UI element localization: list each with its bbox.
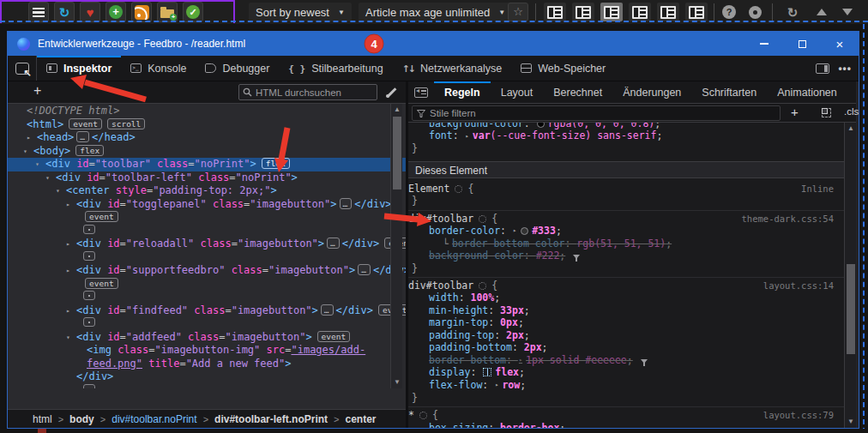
expander-icon[interactable]: ▸ [519,357,522,364]
markup-line[interactable]: event [8,278,406,292]
twisty-icon[interactable]: ▾ [23,145,33,159]
css-declaration[interactable]: min-height: 33px; [408,304,856,316]
mark-read-button[interactable] [183,2,203,22]
reload-feeds-button[interactable]: ↻ [54,2,75,22]
css-declaration[interactable]: border-color: ▸#333; [408,225,856,238]
tab-layout[interactable]: Layout [491,81,544,103]
tab-stilbearbeitung[interactable]: Stilbearbeitung [279,56,392,81]
overridden-filter-icon[interactable] [641,359,648,364]
css-declaration[interactable]: └border-bottom-color: rgb(51, 51, 51); [408,238,856,250]
twisty-icon[interactable]: ▸ [66,198,76,212]
markup-line[interactable]: ▾<div id="addfeed" class="imagebutton">e… [8,331,406,345]
view-mode-2-button[interactable] [572,3,594,21]
breadcrumb-item[interactable]: body [67,413,97,425]
minimize-button[interactable] [745,32,783,56]
star-filter-button[interactable]: ☆ [508,3,528,21]
color-swatch[interactable] [521,227,528,235]
twisty-icon[interactable]: ▾ [45,171,56,185]
rule-selector-line[interactable]: layout.css:79*{ [408,409,856,421]
tab-änderungen[interactable]: Änderungen [612,81,691,103]
css-declaration[interactable]: padding-top: 2px; [408,329,856,341]
rule-selector-line[interactable]: InlineElement{ [408,183,856,195]
markup-line[interactable]: ▸<div id="reloadall" class="imagebutton"… [8,238,406,251]
meatball-menu-icon[interactable]: ••• [838,63,852,75]
add-feed-button[interactable] [131,2,152,22]
css-declaration[interactable]: } [408,262,856,274]
menu-button[interactable] [28,2,49,22]
event-badge[interactable]: event [85,278,118,289]
eyedropper-icon[interactable] [385,87,397,99]
selector-highlighter-icon[interactable] [479,215,486,223]
markup-line[interactable] [8,317,406,331]
scrollbar-thumb[interactable] [847,264,855,354]
css-declaration[interactable]: box-sizing: border-box; [408,422,856,428]
view-mode-3-button[interactable] [600,3,623,21]
event-badge[interactable]: event [69,118,102,129]
css-declaration[interactable]: display: flex; [408,366,856,378]
window-titlebar[interactable]: Entwicklerwerkzeuge - Feedbro - /reader.… [8,32,859,56]
tab-inspektor[interactable]: Inspektor [37,56,121,81]
markup-line[interactable]: event [8,211,406,225]
twisty-icon[interactable]: ▸ [66,238,76,251]
tab-animationen[interactable]: Animationen [767,81,847,103]
markup-line[interactable]: ▸<div id="supportfeedbro" class="imagebu… [8,264,406,278]
maximize-button[interactable] [783,32,821,56]
create-node-button[interactable]: + [33,83,41,99]
sort-dropdown[interactable]: Sort by newest ▼ [249,3,352,21]
flex-badge[interactable]: flex [262,158,290,169]
markup-line[interactable]: ▸<div id="togglepanel" class="imagebutto… [8,198,406,212]
whitespace-badge[interactable] [83,225,95,234]
twisty-icon[interactable]: ▸ [27,131,37,145]
css-declaration[interactable]: padding-bottom: 2px; [408,341,856,353]
scroll-up-icon[interactable]: ▲ [845,123,857,135]
pseudo-class-icon[interactable] [822,108,831,117]
whitespace-badge[interactable] [83,317,95,327]
markup-line[interactable] [8,251,406,265]
rules-scrollbar[interactable]: ▲ ▼ [844,123,856,428]
color-swatch[interactable] [537,123,545,128]
markup-line[interactable]: ▾<div id="toolbar" class="noPrint">flex [8,158,406,171]
scroll-down-button[interactable] [837,2,858,22]
css-declaration[interactable]: width: 100%; [408,292,856,304]
class-toggle-button[interactable]: .cls [844,106,859,117]
selector-highlighter-icon[interactable] [419,412,427,419]
breadcrumb-item[interactable]: div#toolbar.noPrint [109,413,199,425]
tab-netzwerkanalyse[interactable]: Netzwerkanalyse [393,56,512,81]
event-badge[interactable]: event [317,331,351,342]
breadcrumb-item[interactable]: html [30,413,55,425]
article-age-dropdown[interactable]: Article max age unlimited ▼ [359,3,512,21]
rule-source-link[interactable]: theme-dark.css:54 [742,213,834,225]
view-mode-6-button[interactable] [685,3,708,21]
ellipsis-badge[interactable]: … [358,264,371,275]
ellipsis-badge[interactable]: … [340,198,353,209]
markup-line[interactable]: ▾<center style="padding-top: 2px;"> [8,184,406,198]
expander-icon[interactable]: ▸ [466,133,469,140]
markup-line[interactable]: </div> [8,370,406,384]
expander-icon[interactable]: ▸ [513,227,516,234]
sidebar-toggle-button[interactable] [408,81,434,103]
add-folder-button[interactable] [157,2,178,22]
rule-source-link[interactable]: layout.css:79 [763,409,834,421]
expander-icon[interactable]: ▸ [495,382,498,388]
search-input[interactable] [256,87,373,98]
markup-scrollbar[interactable]: ▲ ▼ [390,104,402,388]
tab-schriftarten[interactable]: Schriftarten [691,81,767,103]
selector-highlighter-icon[interactable] [455,185,462,193]
tab-berechnet[interactable]: Berechnet [543,81,612,103]
breadcrumb-item[interactable]: div#toolbar-left.noPrint [212,413,330,425]
ellipsis-badge[interactable]: … [327,238,340,249]
css-declaration[interactable]: } [408,392,856,404]
rule-selector-line[interactable]: theme-dark.css:54div#toolbar{ [408,213,856,225]
tab-regeln[interactable]: Regeln [434,81,491,103]
twisty-icon[interactable]: ▾ [66,331,76,345]
view-mode-4-button[interactable] [629,3,651,21]
breadcrumb-item[interactable]: center [343,413,379,425]
css-declaration[interactable]: border-bottom: ▸1px solid #eeeeee; [408,354,856,367]
add-rule-button[interactable]: + [791,105,799,119]
css-declaration[interactable]: background-color: #222; [408,250,856,262]
rule-selector-line[interactable]: layout.css:14div#toolbar{ [408,280,856,292]
markup-line[interactable]: ▸<head>…</head> [8,131,406,145]
help-button[interactable]: ? [719,2,739,22]
rule-source-link[interactable]: Inline [801,183,834,195]
markup-line[interactable]: <!DOCTYPE html> [8,105,406,118]
